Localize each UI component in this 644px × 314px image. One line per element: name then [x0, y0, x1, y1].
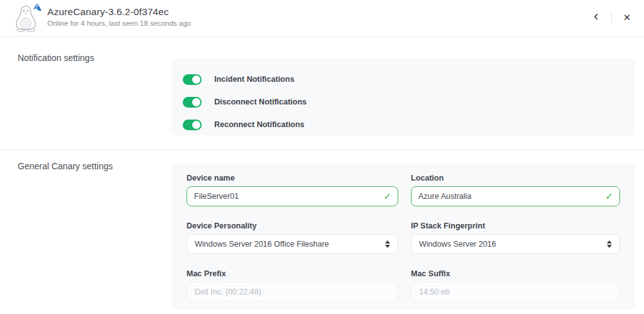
mac-suffix-input-wrap: [411, 282, 620, 302]
header: AzureCanary-3.6.2-0f374ec Online for 4 h…: [0, 0, 644, 37]
notification-settings-card: Incident Notifications Disconnect Notifi…: [171, 58, 635, 135]
notification-settings-heading: Notification settings: [18, 53, 94, 63]
general-canary-settings-heading: General Canary settings: [18, 161, 113, 171]
device-name-field-group: Device name ✓: [187, 174, 398, 206]
device-settings-panel: AzureCanary-3.6.2-0f374ec Online for 4 h…: [0, 0, 644, 314]
select-arrows-icon: [607, 240, 612, 248]
disconnect-notifications-toggle[interactable]: [183, 97, 202, 108]
header-controls-divider: [611, 11, 612, 25]
location-input-wrap: ✓: [411, 186, 620, 206]
mac-suffix-field-group: Mac Suffix: [411, 269, 620, 302]
ip-stack-fingerprint-field-group: IP Stack Fingerprint Windows Server 2016: [411, 221, 620, 254]
incident-notifications-row: Incident Notifications: [183, 68, 624, 91]
mac-prefix-input[interactable]: [187, 283, 398, 301]
toggle-label: Disconnect Notifications: [214, 98, 307, 106]
back-chevron-icon[interactable]: ‹: [589, 9, 603, 26]
device-status-subtitle: Online for 4 hours, last seen 18 seconds…: [47, 20, 191, 27]
location-field-group: Location ✓: [411, 174, 620, 206]
device-personality-field-group: Device Personality Windows Server 2016 O…: [187, 221, 398, 254]
device-personality-select[interactable]: Windows Server 2016 Office Fileshare: [187, 234, 398, 254]
disconnect-notifications-row: Disconnect Notifications: [183, 91, 624, 113]
toggle-label: Incident Notifications: [214, 75, 294, 84]
general-canary-settings-card: Device name ✓ Location ✓ Device Personal…: [171, 164, 635, 310]
mac-prefix-label: Mac Prefix: [187, 269, 398, 278]
ip-stack-fingerprint-select[interactable]: Windows Server 2016: [411, 234, 620, 254]
device-name-title: AzureCanary-3.6.2-0f374ec: [47, 6, 191, 18]
ip-stack-fingerprint-selected-value: Windows Server 2016: [419, 240, 496, 249]
ip-stack-fingerprint-label: IP Stack Fingerprint: [411, 221, 620, 230]
azure-badge-icon: [33, 3, 42, 11]
device-title-block: AzureCanary-3.6.2-0f374ec Online for 4 h…: [47, 6, 191, 27]
device-personality-selected-value: Windows Server 2016 Office Fileshare: [195, 240, 329, 249]
device-name-label: Device name: [187, 174, 398, 182]
incident-notifications-toggle[interactable]: [183, 74, 202, 85]
reconnect-notifications-toggle[interactable]: [183, 120, 202, 130]
device-personality-label: Device Personality: [187, 221, 398, 230]
toggle-knob: [192, 76, 200, 84]
reconnect-notifications-row: Reconnect Notifications: [183, 113, 624, 136]
location-label: Location: [411, 174, 620, 182]
mac-prefix-input-wrap: [187, 282, 398, 302]
mac-suffix-input[interactable]: [411, 283, 619, 301]
valid-check-icon: ✓: [605, 191, 613, 202]
location-input[interactable]: [418, 192, 600, 201]
device-icon: [14, 4, 42, 33]
device-name-input-wrap: ✓: [187, 186, 398, 206]
toggle-knob: [192, 98, 200, 106]
toggle-knob: [192, 121, 200, 129]
section-divider: [0, 149, 644, 150]
device-name-input[interactable]: [194, 192, 378, 201]
select-arrows-icon: [385, 240, 390, 248]
toggle-label: Reconnect Notifications: [214, 120, 304, 129]
mac-prefix-field-group: Mac Prefix: [187, 269, 398, 302]
mac-suffix-label: Mac Suffix: [411, 269, 620, 278]
valid-check-icon: ✓: [383, 191, 391, 202]
header-controls: ‹ ✕: [589, 9, 634, 26]
general-settings-form: Device name ✓ Location ✓ Device Personal…: [187, 174, 620, 302]
close-icon[interactable]: ✕: [620, 9, 634, 26]
